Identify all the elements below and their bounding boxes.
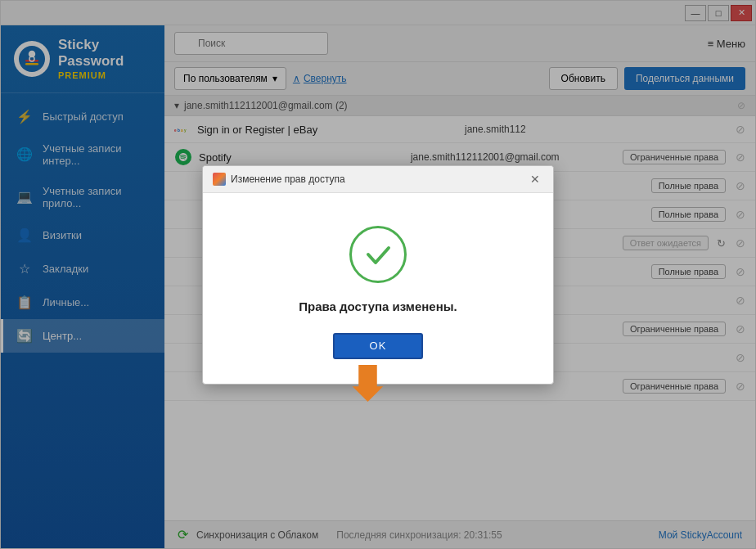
ok-button[interactable]: OK xyxy=(333,333,423,359)
access-change-modal: Изменение прав доступа ✕ Права доступа и… xyxy=(202,165,554,385)
modal-overlay: Изменение прав доступа ✕ Права доступа и… xyxy=(1,1,755,548)
success-checkmark xyxy=(349,226,407,283)
svg-marker-10 xyxy=(353,365,384,402)
modal-title-bar: Изменение прав доступа ✕ xyxy=(203,166,553,193)
modal-title-text: Изменение прав доступа xyxy=(231,173,345,185)
modal-title-icon xyxy=(213,173,226,186)
modal-close-button[interactable]: ✕ xyxy=(527,171,543,187)
modal-ok-area: OK xyxy=(227,333,529,359)
modal-title: Изменение прав доступа xyxy=(213,173,345,186)
modal-body: Права доступа изменены. OK xyxy=(203,193,553,384)
modal-message: Права доступа изменены. xyxy=(227,299,529,313)
arrow-pointer xyxy=(337,361,386,408)
app-window: — □ ✕ StickyPassword xyxy=(0,0,756,549)
